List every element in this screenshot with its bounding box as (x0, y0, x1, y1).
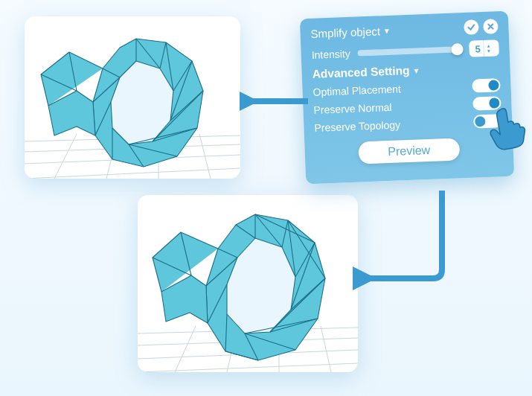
mesh-preview-before (25, 16, 240, 179)
svg-line-33 (321, 326, 331, 372)
intensity-stepper[interactable]: 5 ▲ ▼ (469, 39, 499, 57)
advanced-setting-dropdown[interactable]: Advanced Setting ▼ (312, 60, 500, 81)
panel-title-dropdown[interactable]: Smplify object ▼ (310, 24, 391, 39)
toggle-preserve-normal[interactable] (472, 96, 501, 110)
preview-before-card (25, 16, 240, 179)
dropdown-triangle-icon: ▼ (412, 66, 420, 74)
intensity-slider[interactable] (358, 46, 462, 56)
intensity-label: Intensity (311, 48, 350, 61)
step-down-icon[interactable]: ▼ (487, 48, 491, 53)
setting-label-preserve-topology: Preserve Topology (314, 118, 400, 133)
setting-label-preserve-normal: Preserve Normal (313, 101, 392, 116)
intensity-value: 5 (475, 40, 484, 57)
close-icon[interactable] (483, 19, 499, 34)
svg-line-30 (175, 326, 196, 372)
advanced-setting-label: Advanced Setting (312, 64, 410, 81)
preview-after-card (138, 195, 358, 372)
arrow-to-before-preview (240, 86, 311, 116)
slider-knob[interactable] (451, 43, 464, 56)
mesh-preview-after (138, 195, 358, 372)
simplify-panel: Smplify object ▼ Intensity 5 ▲ ▼ Advance… (300, 11, 514, 185)
panel-title-text: Smplify object (310, 25, 380, 40)
svg-line-29 (138, 363, 358, 372)
confirm-icon[interactable] (464, 19, 479, 35)
toggle-optimal-placement[interactable] (472, 78, 501, 92)
toggle-preserve-topology[interactable] (473, 114, 502, 128)
preview-button[interactable]: Preview (358, 138, 461, 164)
setting-label-optimal-placement: Optimal Placement (313, 83, 401, 98)
dropdown-triangle-icon: ▼ (383, 26, 391, 34)
arrow-to-after-preview (353, 188, 464, 292)
step-up-icon[interactable]: ▲ (487, 43, 491, 48)
